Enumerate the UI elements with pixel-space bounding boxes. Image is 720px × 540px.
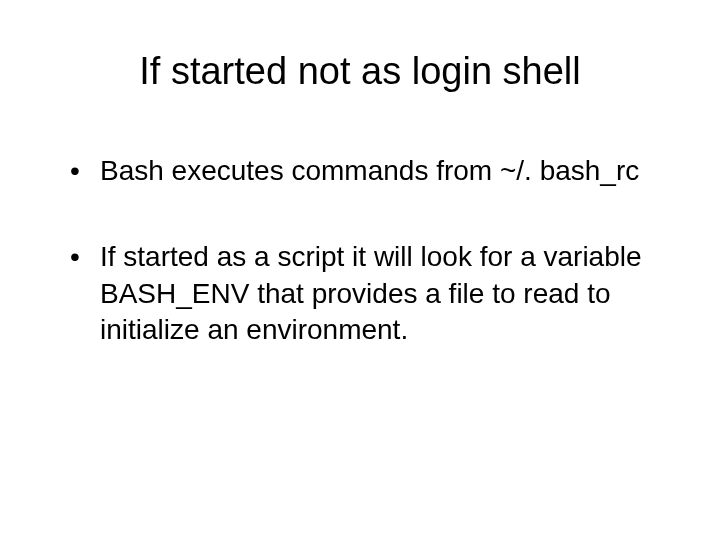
slide-title: If started not as login shell	[50, 50, 670, 93]
bullet-item: If started as a script it will look for …	[70, 239, 670, 348]
bullet-item: Bash executes commands from ~/. bash_rc	[70, 153, 670, 189]
bullet-list: Bash executes commands from ~/. bash_rc …	[50, 153, 670, 349]
